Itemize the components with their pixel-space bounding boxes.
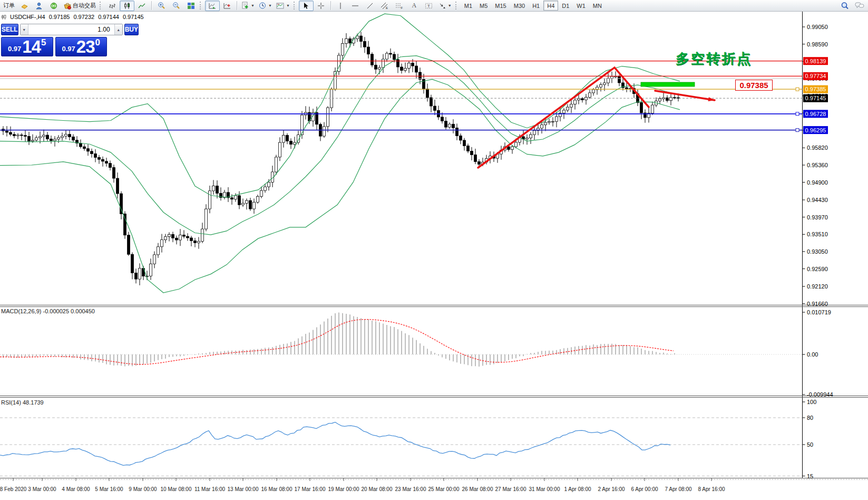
autotrading-icon xyxy=(63,2,72,9)
indicators-button[interactable]: ▼ xyxy=(239,1,257,11)
candle-body xyxy=(198,241,200,243)
timeframe-m1[interactable]: M1 xyxy=(461,1,476,11)
candle-body xyxy=(46,135,49,139)
candle-body xyxy=(282,136,285,143)
candle-body xyxy=(430,98,433,106)
tile-windows-button[interactable] xyxy=(183,1,198,11)
candle-body xyxy=(175,238,178,240)
chart-shift-button[interactable] xyxy=(220,1,235,11)
candle-body xyxy=(109,164,112,168)
candle-body xyxy=(578,99,580,100)
candle-body xyxy=(364,41,366,47)
timeframe-h4[interactable]: H4 xyxy=(543,1,558,11)
candlestick-chart-icon xyxy=(123,2,131,9)
candle-body xyxy=(91,151,93,154)
profiles-button[interactable] xyxy=(32,1,46,11)
candle-body xyxy=(164,237,167,240)
rsi-tick-label: 50 xyxy=(807,441,813,448)
autotrading-button[interactable]: 自动交易 xyxy=(61,1,98,11)
timeframe-w1[interactable]: W1 xyxy=(573,1,589,11)
sell-button[interactable]: SELL xyxy=(1,24,18,35)
sell-price-big: 14 xyxy=(22,39,41,55)
candle-body xyxy=(150,264,152,276)
volume-increase-button[interactable]: ▲ xyxy=(114,24,122,35)
candle-body xyxy=(386,53,388,59)
time-tick-label: 3 Mar 00:00 xyxy=(28,486,56,492)
macd-tick-label: 0.010719 xyxy=(807,309,831,315)
search-symbol-button[interactable] xyxy=(837,1,852,11)
candle-body xyxy=(378,68,381,69)
horizontal-line-icon xyxy=(352,2,359,9)
periods-button[interactable]: ▼ xyxy=(257,1,274,11)
candle-body xyxy=(294,142,296,145)
symbol-name: USDCHF-,H4 xyxy=(10,14,45,20)
text-label-button[interactable]: T xyxy=(422,1,436,11)
candle-body xyxy=(640,103,643,113)
templates-button[interactable]: ▼ xyxy=(274,1,292,11)
text-button[interactable]: A xyxy=(407,1,422,11)
time-tick-label: 9 Mar 00:00 xyxy=(129,486,157,492)
svg-text:E: E xyxy=(386,6,388,9)
time-tick-label: 17 Mar 16:00 xyxy=(295,486,326,492)
equidistant-channel-button[interactable]: E xyxy=(377,1,392,11)
candle-body xyxy=(28,136,31,141)
candle-body xyxy=(264,187,267,190)
highlight-zone[interactable] xyxy=(641,82,695,86)
timeframe-h1[interactable]: H1 xyxy=(529,1,543,11)
candle-body xyxy=(87,149,90,151)
cursor-button[interactable] xyxy=(299,1,314,11)
broadcast-button[interactable] xyxy=(46,1,61,11)
price-tick-label: 0.95360 xyxy=(807,162,828,168)
turning-point-annotation[interactable]: 多空转折点 xyxy=(676,50,752,68)
zoom-out-icon xyxy=(172,2,180,9)
candle-body xyxy=(345,39,348,43)
time-tick-label: 7 Apr 08:00 xyxy=(665,486,692,492)
candle-body xyxy=(83,147,86,149)
bar-chart-button[interactable] xyxy=(105,1,120,11)
level-line-handle[interactable] xyxy=(796,129,799,132)
news-button[interactable] xyxy=(17,1,32,11)
toolbar-separator xyxy=(237,1,237,10)
line-chart-button[interactable] xyxy=(134,1,149,11)
chat-button[interactable] xyxy=(852,1,867,11)
time-tick-label: 11 Mar 16:00 xyxy=(194,486,226,492)
candlestick-chart-button[interactable] xyxy=(120,1,134,11)
buy-price-panel[interactable]: 0.97 23 0 xyxy=(55,37,108,56)
candle-body xyxy=(131,254,134,273)
sell-price-pip: 5 xyxy=(41,37,46,48)
horizontal-line-button[interactable] xyxy=(348,1,363,11)
candle-body xyxy=(157,247,160,255)
level-line-handle[interactable] xyxy=(796,88,799,91)
volume-input[interactable] xyxy=(28,24,114,35)
zoom-in-button[interactable] xyxy=(154,1,169,11)
time-tick-label: 25 Mar 00:00 xyxy=(428,486,460,492)
new-order-button[interactable]: 订单 xyxy=(1,1,17,11)
rsi-name: RSI(14) xyxy=(1,399,21,406)
candle-body xyxy=(626,88,628,89)
timeframe-mn[interactable]: MN xyxy=(589,1,606,11)
arrows-button[interactable]: ▼ xyxy=(436,1,454,11)
price-tick-label: 0.91660 xyxy=(807,301,828,307)
trendline-button[interactable] xyxy=(363,1,377,11)
zoom-out-button[interactable] xyxy=(169,1,183,11)
buy-button[interactable]: BUY xyxy=(124,24,139,35)
candle-body xyxy=(401,67,403,71)
level-line-handle[interactable] xyxy=(796,112,799,116)
timeframe-m15[interactable]: M15 xyxy=(491,1,510,11)
candle-body xyxy=(172,234,174,238)
timeframe-d1[interactable]: D1 xyxy=(558,1,573,11)
timeframe-m30[interactable]: M30 xyxy=(510,1,529,11)
crosshair-button[interactable] xyxy=(314,1,328,11)
chart-canvas[interactable]: 0.990500.985900.981300.976700.972100.967… xyxy=(0,0,868,500)
fibonacci-button[interactable]: F xyxy=(392,1,407,11)
price-callout-box[interactable]: 0.97385 xyxy=(735,80,773,91)
timeframe-m5[interactable]: M5 xyxy=(476,1,491,11)
candle-body xyxy=(526,138,529,139)
auto-scroll-button[interactable] xyxy=(205,1,220,11)
vertical-line-button[interactable] xyxy=(333,1,348,11)
candle-body xyxy=(17,135,19,136)
time-tick-label: 27 Mar 16:00 xyxy=(495,486,526,492)
sell-price-panel[interactable]: 0.97 14 5 xyxy=(1,37,53,56)
volume-decrease-button[interactable]: ▼ xyxy=(21,24,28,35)
time-tick-label: 23 Mar 16:00 xyxy=(395,486,426,492)
